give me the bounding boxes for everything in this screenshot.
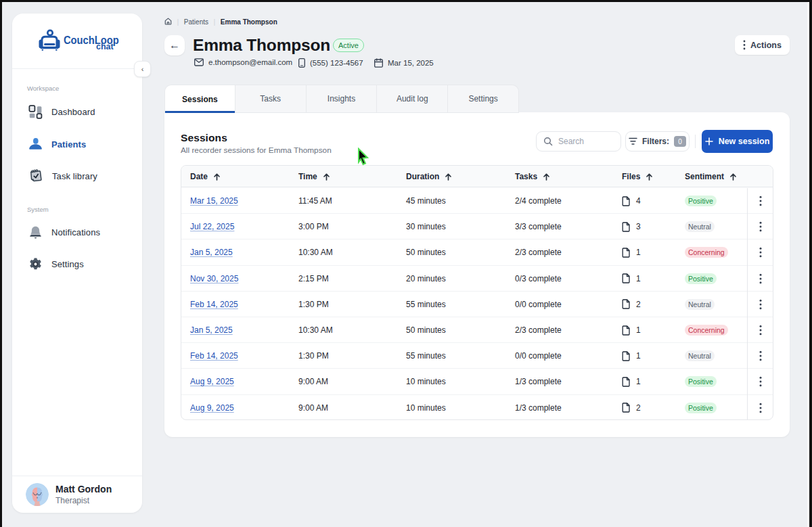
svg-text:chat: chat <box>96 42 114 51</box>
